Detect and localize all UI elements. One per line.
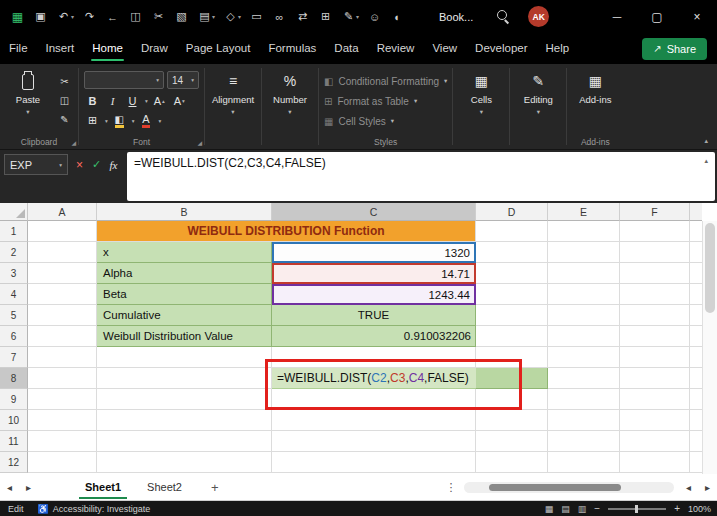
grow-font-button[interactable]: A▴ xyxy=(151,92,168,109)
column-header-c[interactable]: C xyxy=(272,203,476,221)
borders-dropdown-icon[interactable]: ▾ xyxy=(105,118,108,124)
tabbar-overflow-icon[interactable]: ⋮ xyxy=(443,481,459,494)
font-color-dropdown-icon[interactable]: ▾ xyxy=(159,118,162,124)
font-size-dropdown-icon[interactable]: ▾ xyxy=(191,77,194,83)
theme-contrast-icon[interactable]: ◐ xyxy=(386,11,409,23)
cell-c4-value[interactable]: 1243.44 xyxy=(272,284,476,305)
tab-developer[interactable]: Developer xyxy=(466,33,536,64)
cell[interactable] xyxy=(548,326,620,347)
cell[interactable] xyxy=(620,326,690,347)
row-header[interactable]: 3 xyxy=(0,263,28,284)
cell[interactable] xyxy=(28,263,97,284)
excel-app-icon[interactable]: ▦ xyxy=(6,10,29,24)
cell[interactable] xyxy=(476,431,548,452)
tab-data[interactable]: Data xyxy=(325,33,367,64)
name-box-dropdown-icon[interactable]: ▾ xyxy=(59,162,62,168)
close-button[interactable]: × xyxy=(677,0,717,33)
insert-function-button[interactable]: fx xyxy=(105,159,122,171)
cell[interactable] xyxy=(548,389,620,410)
cell[interactable] xyxy=(548,347,620,368)
cut-icon[interactable]: ✂ xyxy=(147,10,170,23)
chart-dropdown-icon[interactable]: ▾ xyxy=(212,13,219,20)
editing-button[interactable]: ✎ Editing ▾ xyxy=(515,67,561,135)
cell[interactable] xyxy=(97,389,272,410)
table-icon[interactable]: ⊞ xyxy=(314,10,337,23)
cell[interactable] xyxy=(476,410,548,431)
column-header-e[interactable]: E xyxy=(548,203,620,221)
cell[interactable] xyxy=(476,389,548,410)
zoom-slider[interactable] xyxy=(608,508,666,510)
image-icon[interactable]: ▧ xyxy=(170,10,193,23)
cell[interactable] xyxy=(620,221,690,242)
vertical-scrollbar[interactable] xyxy=(702,221,717,474)
font-name-dropdown-icon[interactable]: ▾ xyxy=(156,77,159,83)
addins-button[interactable]: ▦ Add-ins xyxy=(572,67,618,135)
vertical-scrollbar-thumb[interactable] xyxy=(705,223,715,313)
format-as-table-button[interactable]: ⊞ Format as Table ▾ xyxy=(324,92,447,110)
account-avatar[interactable]: AK xyxy=(528,6,549,27)
cell[interactable] xyxy=(97,347,272,368)
fill-color-icon[interactable]: ◧ xyxy=(115,114,124,128)
ribbon-collapse-icon[interactable]: ▴ xyxy=(704,137,708,145)
cell[interactable] xyxy=(548,452,620,473)
underline-dropdown-icon[interactable]: ▾ xyxy=(145,98,148,104)
cell[interactable] xyxy=(28,326,97,347)
cell-b3-label[interactable]: Alpha xyxy=(97,263,272,284)
view-normal-icon[interactable]: ▦ xyxy=(545,504,554,514)
tab-review[interactable]: Review xyxy=(368,33,424,64)
cell[interactable] xyxy=(97,410,272,431)
cell[interactable] xyxy=(272,389,476,410)
cell-b2-label[interactable]: x xyxy=(97,242,272,263)
editing-dropdown-icon[interactable]: ▾ xyxy=(537,108,540,116)
cell-c6-value[interactable]: 0.910032206 xyxy=(272,326,476,347)
add-sheet-button[interactable]: + xyxy=(211,480,219,495)
cell[interactable] xyxy=(476,284,548,305)
horizontal-scrollbar[interactable] xyxy=(464,482,674,493)
number-dropdown-icon[interactable]: ▾ xyxy=(288,108,291,116)
tab-insert[interactable]: Insert xyxy=(37,33,84,64)
copy-button-icon[interactable]: ◫ xyxy=(56,92,73,108)
cell[interactable] xyxy=(548,284,620,305)
undo-dropdown-icon[interactable]: ▾ xyxy=(71,13,78,20)
cell[interactable] xyxy=(28,221,97,242)
tab-file[interactable]: File xyxy=(0,33,37,64)
cell[interactable] xyxy=(620,305,690,326)
cell[interactable] xyxy=(548,263,620,284)
formula-input[interactable]: =WEIBULL.DIST(C2,C3,C4,FALSE) ▴ xyxy=(127,152,715,201)
cells-button[interactable]: ▦ Cells ▾ xyxy=(458,67,504,135)
underline-button[interactable]: U xyxy=(124,92,141,109)
row-header[interactable]: 11 xyxy=(0,431,28,452)
cell[interactable] xyxy=(97,431,272,452)
horizontal-scrollbar-thumb[interactable] xyxy=(489,484,621,491)
row-header[interactable]: 2 xyxy=(0,242,28,263)
back-icon[interactable]: ← xyxy=(101,11,124,23)
zoom-in-button[interactable]: + xyxy=(674,503,680,514)
alignment-dropdown-icon[interactable]: ▾ xyxy=(231,108,234,116)
sheet-nav-next-icon[interactable]: ▸ xyxy=(19,482,38,493)
cell[interactable] xyxy=(476,263,548,284)
cell[interactable] xyxy=(272,431,476,452)
borders-icon[interactable]: ⊞ xyxy=(84,112,101,129)
formula-bar-collapse-icon[interactable]: ▴ xyxy=(704,157,708,165)
number-button[interactable]: % Number ▾ xyxy=(267,67,313,135)
search-icon[interactable] xyxy=(497,10,510,23)
cell[interactable] xyxy=(28,305,97,326)
save-icon[interactable]: ▣ xyxy=(29,10,52,23)
paste-dropdown-icon[interactable]: ▾ xyxy=(26,108,29,116)
cell-d8-fill[interactable] xyxy=(476,368,548,389)
minimize-button[interactable]: ─ xyxy=(597,0,637,33)
swap-columns-icon[interactable]: ⇄ xyxy=(291,10,314,23)
cell[interactable] xyxy=(476,221,548,242)
select-all-corner[interactable] xyxy=(0,203,28,221)
cell[interactable] xyxy=(620,431,690,452)
row-header[interactable]: 5 xyxy=(0,305,28,326)
draw-dropdown-icon[interactable]: ▾ xyxy=(356,13,363,20)
cell[interactable] xyxy=(28,389,97,410)
font-dialog-launcher-icon[interactable]: ◢ xyxy=(197,139,202,146)
scroll-left-icon[interactable]: ◂ xyxy=(679,482,698,493)
cell[interactable] xyxy=(548,410,620,431)
cell-title-merged[interactable]: WEIBULL DISTRIBUTION Function xyxy=(97,221,476,242)
view-page-layout-icon[interactable]: ▤ xyxy=(561,504,570,514)
cell[interactable] xyxy=(620,410,690,431)
eraser-icon[interactable]: ▭ xyxy=(245,10,268,23)
